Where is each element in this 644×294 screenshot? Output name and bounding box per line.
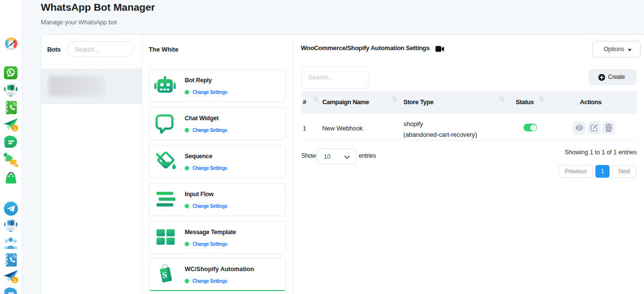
svg-text:1: 1 xyxy=(14,277,17,283)
svg-text:1: 1 xyxy=(14,126,17,131)
